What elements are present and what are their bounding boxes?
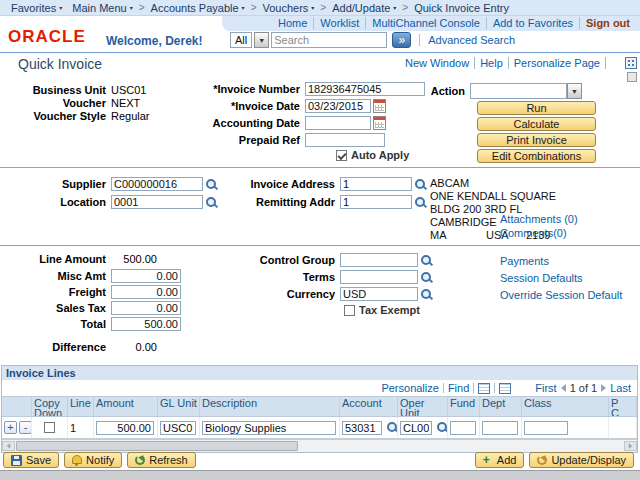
section-divider bbox=[0, 245, 640, 247]
tax-exempt-checkbox[interactable] bbox=[344, 305, 355, 316]
lookup-icon[interactable] bbox=[205, 196, 218, 209]
class-input[interactable] bbox=[524, 421, 568, 435]
remitting-addr-input[interactable] bbox=[340, 195, 412, 209]
scroll-top-button[interactable] bbox=[627, 72, 637, 82]
print-invoice-button[interactable]: Print Invoice bbox=[477, 133, 596, 147]
control-group-input[interactable] bbox=[340, 253, 418, 267]
session-defaults-link[interactable]: Session Defaults bbox=[500, 272, 583, 284]
copy-down-checkbox[interactable] bbox=[44, 422, 55, 433]
download-icon[interactable] bbox=[499, 383, 511, 394]
home-link[interactable]: Home bbox=[272, 17, 314, 29]
action-select[interactable] bbox=[470, 83, 567, 99]
invoice-address-input[interactable] bbox=[340, 177, 412, 191]
help-link[interactable]: Help bbox=[475, 57, 509, 69]
first-link[interactable]: First bbox=[535, 382, 556, 394]
auto-apply-checkbox[interactable] bbox=[336, 150, 347, 161]
search-input[interactable] bbox=[271, 32, 387, 48]
action-caret-button[interactable]: ▼ bbox=[567, 83, 582, 99]
new-window-link[interactable]: New Window bbox=[400, 57, 475, 69]
breadcrumb-vouchers[interactable]: Vouchers▾ bbox=[257, 2, 319, 14]
update-display-button[interactable]: Update/Display bbox=[529, 452, 634, 468]
breadcrumb-accounts-payable[interactable]: Accounts Payable▾ bbox=[146, 2, 250, 14]
lookup-icon[interactable] bbox=[420, 254, 433, 267]
sign-out-link[interactable]: Sign out bbox=[580, 17, 636, 29]
description-input[interactable] bbox=[202, 421, 336, 435]
misc-amt-input[interactable] bbox=[111, 269, 181, 283]
last-link[interactable]: Last bbox=[610, 382, 631, 394]
personalize-page-link[interactable]: Personalize Page bbox=[509, 57, 606, 69]
location-input[interactable] bbox=[111, 195, 203, 209]
invoice-number-input[interactable] bbox=[305, 82, 425, 96]
lookup-icon[interactable] bbox=[205, 178, 218, 191]
lookup-icon[interactable] bbox=[436, 421, 448, 434]
invoice-date-input[interactable] bbox=[305, 99, 371, 113]
calculate-button[interactable]: Calculate bbox=[477, 117, 596, 131]
payments-link[interactable]: Payments bbox=[500, 255, 549, 267]
personalize-link[interactable]: Personalize bbox=[381, 382, 438, 394]
lookup-icon[interactable] bbox=[414, 178, 427, 191]
grid-horizontal-scrollbar[interactable] bbox=[2, 439, 637, 452]
dept-input[interactable] bbox=[482, 421, 518, 435]
sales-tax-input[interactable] bbox=[111, 301, 181, 315]
breadcrumb-add-update[interactable]: Add/Update▾ bbox=[327, 2, 401, 14]
add-to-favorites-link[interactable]: Add to Favorites bbox=[487, 17, 580, 29]
fund-input[interactable] bbox=[450, 421, 476, 435]
find-link[interactable]: Find bbox=[448, 382, 469, 394]
lookup-icon[interactable] bbox=[386, 421, 398, 434]
accounting-date-input[interactable] bbox=[305, 116, 371, 130]
gl-unit-input[interactable] bbox=[160, 421, 196, 435]
run-button[interactable]: Run bbox=[477, 101, 596, 115]
page-properties-icon[interactable] bbox=[625, 57, 637, 69]
detach-grid-icon[interactable] bbox=[478, 383, 490, 394]
scroll-left-button[interactable] bbox=[2, 441, 15, 451]
col-description: Description bbox=[200, 397, 340, 416]
next-row-icon[interactable] bbox=[601, 384, 606, 392]
attachments-link[interactable]: Attachments (0) bbox=[500, 213, 578, 225]
calendar-icon[interactable] bbox=[373, 116, 386, 130]
add-row-button[interactable]: + bbox=[4, 421, 17, 434]
add-button[interactable]: Add bbox=[475, 452, 525, 468]
account-input[interactable] bbox=[342, 421, 382, 435]
breadcrumb-favorites[interactable]: Favorites▾ bbox=[6, 2, 67, 14]
scrollbar-thumb[interactable] bbox=[16, 441, 298, 451]
override-session-default-link[interactable]: Override Session Default bbox=[500, 289, 622, 301]
worklist-link[interactable]: Worklist bbox=[314, 17, 366, 29]
col-class: Class bbox=[522, 397, 609, 416]
scroll-right-button[interactable] bbox=[624, 441, 637, 451]
lookup-icon[interactable] bbox=[420, 271, 433, 284]
total-input[interactable] bbox=[111, 317, 181, 331]
col-dept: Dept bbox=[480, 397, 522, 416]
search-go-button[interactable]: » bbox=[392, 32, 411, 48]
oper-unit-input[interactable] bbox=[400, 421, 432, 435]
col-amount: Amount bbox=[94, 397, 158, 416]
portal-header: Home Worklist MultiChannel Console Add t… bbox=[0, 16, 640, 53]
edit-combinations-button[interactable]: Edit Combinations bbox=[477, 149, 596, 163]
amount-input[interactable] bbox=[96, 421, 154, 435]
search-scope-select[interactable]: All bbox=[230, 32, 252, 48]
breadcrumb-quick-invoice-entry[interactable]: Quick Invoice Entry bbox=[409, 2, 514, 14]
currency-input[interactable] bbox=[340, 287, 418, 301]
scroll-left-icon bbox=[7, 443, 11, 449]
refresh-button[interactable]: Refresh bbox=[127, 452, 196, 468]
lookup-icon[interactable] bbox=[420, 288, 433, 301]
multichannel-console-link[interactable]: MultiChannel Console bbox=[366, 17, 487, 29]
search-scope-caret-button[interactable]: ▼ bbox=[254, 32, 269, 48]
location-row: Location bbox=[16, 195, 218, 209]
calendar-icon[interactable] bbox=[373, 99, 386, 113]
delete-row-button[interactable]: - bbox=[19, 421, 32, 434]
lookup-icon[interactable] bbox=[414, 196, 427, 209]
footer-bar bbox=[0, 470, 640, 480]
address-name: ABCAM bbox=[430, 177, 556, 190]
notify-button[interactable]: Notify bbox=[64, 452, 122, 468]
comments-link[interactable]: Comments(0) bbox=[500, 227, 567, 239]
freight-input[interactable] bbox=[111, 285, 181, 299]
terms-input[interactable] bbox=[340, 270, 418, 284]
supplier-input[interactable] bbox=[111, 177, 203, 191]
breadcrumb-main-menu[interactable]: Main Menu▾ bbox=[67, 2, 137, 14]
prepaid-ref-input[interactable] bbox=[305, 133, 385, 147]
freight-row: Freight bbox=[16, 285, 181, 299]
save-button[interactable]: Save bbox=[3, 452, 59, 468]
previous-row-icon[interactable] bbox=[561, 384, 566, 392]
chevron-down-icon: ▾ bbox=[311, 4, 314, 11]
advanced-search-link[interactable]: Advanced Search bbox=[428, 34, 515, 46]
